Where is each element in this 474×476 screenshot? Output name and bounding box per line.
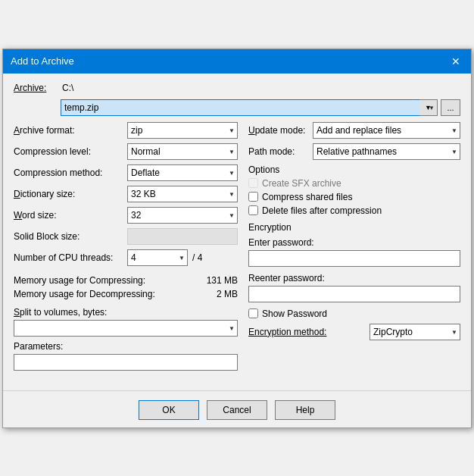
reenter-password-input[interactable] [248, 286, 460, 302]
delete-files-checkbox[interactable] [248, 205, 258, 215]
archive-format-select[interactable]: zip [127, 122, 238, 139]
word-size-row: Word size: 32 [14, 207, 238, 224]
compression-method-row: Compression method: Deflate [14, 164, 238, 181]
enter-password-label: Enter password: [248, 237, 460, 248]
path-mode-label: Path mode: [248, 146, 313, 157]
cpu-threads-label: Number of CPU threads: [14, 252, 127, 263]
dialog-body: Archive: C:\ ▼ ... Archive format: [3, 74, 471, 383]
archive-dropdown-arrow[interactable]: ▼ [419, 99, 438, 116]
compression-method-label: Compression method: [14, 168, 127, 178]
cpu-threads-max: / 4 [192, 252, 202, 263]
cpu-threads-row: Number of CPU threads: 4 / 4 [14, 249, 238, 266]
archive-format-label: Archive format: [14, 125, 127, 136]
enter-password-input[interactable] [248, 250, 460, 267]
compression-level-select[interactable]: Normal [127, 143, 238, 160]
help-button[interactable]: Help [275, 400, 335, 420]
encryption-method-select-wrapper: ZipCrypto AES-256 [370, 324, 460, 340]
archive-format-select-wrapper: zip [127, 122, 238, 139]
memory-decompress-row: Memory usage for Decompressing: 2 MB [14, 289, 238, 299]
create-sfx-label: Create SFX archive [262, 178, 341, 189]
parameters-input[interactable] [14, 354, 238, 371]
dialog-title: Add to Archive [11, 55, 74, 67]
dictionary-size-select-wrapper: 32 KB [127, 186, 238, 202]
memory-compress-value: 131 MB [192, 275, 238, 286]
word-size-select-wrapper: 32 [127, 207, 238, 224]
encryption-title: Encryption [248, 222, 460, 233]
solid-block-label: Solid Block size: [14, 231, 127, 242]
archive-path-prefix: C:\ [62, 83, 73, 93]
memory-compress-label: Memory usage for Compressing: [14, 275, 192, 286]
cancel-button[interactable]: Cancel [207, 400, 267, 420]
compression-method-select[interactable]: Deflate [127, 164, 238, 181]
split-select[interactable] [14, 320, 238, 337]
show-password-row: Show Password [248, 308, 460, 319]
update-mode-select-wrapper: Add and replace files [313, 122, 460, 139]
memory-decompress-label: Memory usage for Decompressing: [14, 289, 192, 299]
update-mode-select[interactable]: Add and replace files [313, 122, 460, 139]
reenter-password-label: Reenter password: [248, 273, 460, 283]
compress-shared-checkbox[interactable] [248, 192, 258, 202]
split-section: Split to volumes, bytes: [14, 307, 238, 337]
solid-block-row: Solid Block size: [14, 228, 238, 245]
word-size-select[interactable]: 32 [127, 207, 238, 224]
path-mode-row: Path mode: Relative pathnames [248, 143, 460, 160]
cpu-threads-select[interactable]: 4 [127, 249, 188, 266]
compress-shared-label: Compress shared files [262, 192, 352, 202]
options-title: Options [248, 164, 460, 175]
compression-level-select-wrapper: Normal [127, 143, 238, 160]
create-sfx-checkbox [248, 178, 258, 188]
right-panel: Update mode: Add and replace files Path … [248, 122, 460, 375]
archive-label-row: Archive: C:\ [14, 83, 460, 93]
cpu-threads-select-wrapper: 4 [127, 249, 188, 266]
browse-button[interactable]: ... [441, 99, 460, 116]
show-password-checkbox[interactable] [248, 308, 258, 318]
archive-header: Archive: C:\ ▼ ... [14, 83, 460, 116]
archive-filename-input[interactable] [61, 99, 419, 116]
title-bar: Add to Archive ✕ [3, 49, 471, 74]
close-button[interactable]: ✕ [448, 54, 463, 69]
encryption-method-label: Encryption method: [248, 327, 370, 337]
compression-level-label: Compression level: [14, 146, 127, 157]
solid-block-input [127, 228, 238, 245]
create-sfx-row: Create SFX archive [248, 178, 460, 189]
update-mode-label: Update mode: [248, 125, 313, 136]
add-to-archive-dialog: Add to Archive ✕ Archive: C:\ ▼ ... [2, 49, 472, 428]
left-panel: Archive format: zip Compression level: N… [14, 122, 238, 375]
footer: OK Cancel Help [3, 390, 471, 427]
delete-files-label: Delete files after compression [262, 205, 382, 216]
parameters-label: Parameters: [14, 341, 238, 352]
options-group: Options Create SFX archive Compress shar… [248, 164, 460, 216]
compression-level-row: Compression level: Normal [14, 143, 238, 160]
delete-files-row: Delete files after compression [248, 205, 460, 216]
archive-label: Archive: [14, 83, 56, 93]
encryption-method-row: Encryption method: ZipCrypto AES-256 [248, 324, 460, 340]
update-mode-row: Update mode: Add and replace files [248, 122, 460, 139]
compress-shared-row: Compress shared files [248, 192, 460, 202]
main-content: Archive format: zip Compression level: N… [14, 122, 460, 375]
show-password-label: Show Password [262, 308, 327, 319]
dictionary-size-select[interactable]: 32 KB [127, 186, 238, 202]
split-label: Split to volumes, bytes: [14, 307, 238, 318]
word-size-label: Word size: [14, 210, 127, 221]
dictionary-size-row: Dictionary size: 32 KB [14, 186, 238, 202]
memory-compress-row: Memory usage for Compressing: 131 MB [14, 275, 238, 286]
dictionary-size-label: Dictionary size: [14, 189, 127, 199]
parameters-section: Parameters: [14, 341, 238, 371]
archive-format-row: Archive format: zip [14, 122, 238, 139]
encryption-method-select[interactable]: ZipCrypto AES-256 [370, 324, 460, 340]
compression-method-select-wrapper: Deflate [127, 164, 238, 181]
encryption-group: Encryption Enter password: Reenter passw… [248, 222, 460, 340]
memory-decompress-value: 2 MB [192, 289, 238, 299]
ok-button[interactable]: OK [139, 400, 199, 420]
path-mode-select[interactable]: Relative pathnames [313, 143, 460, 160]
path-mode-select-wrapper: Relative pathnames [313, 143, 460, 160]
split-select-wrapper [14, 320, 238, 337]
